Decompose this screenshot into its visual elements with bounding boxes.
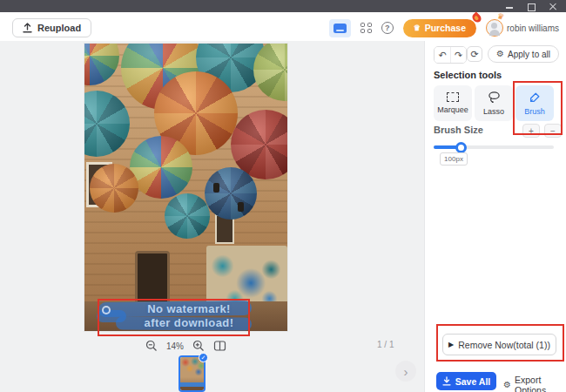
minimize-button[interactable] (505, 2, 514, 10)
annotation-box-watermark (98, 299, 250, 336)
lantern (238, 202, 244, 212)
umbrella (130, 136, 192, 199)
save-all-label: Save All (455, 376, 490, 387)
marquee-icon (447, 92, 459, 102)
avatar-crown-icon: ♛ (496, 11, 506, 22)
slider-thumb[interactable] (455, 142, 467, 153)
purchase-label: Purchase (425, 23, 466, 33)
gear-icon: ⚙ (496, 50, 504, 58)
titlebar (0, 0, 566, 12)
reupload-label: Reupload (37, 23, 81, 33)
download-icon (442, 376, 451, 386)
brush-size-value: 100px (440, 152, 468, 166)
toolbar: Reupload ? ♛ Purchase ♛ robin williams (0, 12, 566, 41)
zoom-level: 14% (166, 341, 184, 351)
close-button[interactable] (549, 2, 557, 10)
refresh-button[interactable]: ⟳ (467, 46, 482, 62)
apply-to-all-button[interactable]: ⚙ Apply to all (488, 45, 559, 63)
tool-lasso[interactable]: Lasso (475, 85, 513, 121)
apply-to-all-label: Apply to all (508, 50, 550, 59)
history-buttons: ↶ ↷ (434, 46, 467, 64)
thumbnail-image (180, 357, 204, 390)
monitor-view-button[interactable] (329, 19, 351, 37)
user-account[interactable]: ♛ robin williams (486, 19, 559, 37)
page-indicator: 1 / 1 (377, 340, 394, 349)
help-glyph: ? (385, 24, 390, 32)
compare-view-icon[interactable] (213, 340, 226, 352)
export-options-label: Export Options (515, 375, 566, 392)
export-options-button[interactable]: ⚙ Export Options (503, 375, 566, 392)
undo-button[interactable]: ↶ (435, 47, 450, 63)
reupload-button[interactable]: Reupload (12, 18, 91, 37)
lantern (213, 183, 219, 193)
editor-canvas-area: No watermark! after download! 14% 1 / 1 … (0, 41, 424, 392)
help-icon[interactable]: ? (381, 22, 394, 34)
annotation-box-brush (513, 81, 563, 135)
annotation-box-remove-now (436, 324, 564, 362)
crown-icon: ♛ (414, 24, 421, 32)
avatar: ♛ (486, 19, 503, 37)
selection-tools-title: Selection tools (434, 70, 502, 80)
monitor-icon (334, 24, 347, 33)
redo-icon: ↷ (455, 50, 462, 61)
undo-icon: ↶ (438, 50, 446, 61)
umbrella (205, 167, 257, 220)
redo-button[interactable]: ↷ (450, 47, 466, 63)
zoom-out-icon[interactable] (145, 340, 158, 352)
image-thumbnail[interactable]: ✓ (179, 355, 206, 392)
thumbnail-check-badge: ✓ (199, 353, 208, 362)
brush-size-label: Brush Size (434, 125, 483, 135)
lasso-label: Lasso (483, 107, 504, 116)
zoom-in-icon[interactable] (192, 340, 205, 352)
grid-view-icon[interactable] (360, 23, 372, 34)
umbrella (165, 193, 210, 239)
next-page-button[interactable]: › (395, 361, 416, 382)
user-name: robin williams (507, 24, 559, 33)
gear-icon: ⚙ (503, 381, 511, 389)
check-icon: ✓ (201, 355, 206, 362)
sidebar: ↶ ↷ ⟳ ⚙ Apply to all Selection tools Mar… (424, 41, 566, 392)
brush-size-slider[interactable] (434, 141, 554, 152)
marquee-label: Marquee (437, 105, 468, 114)
upload-icon (23, 23, 32, 33)
lasso-icon (488, 91, 501, 104)
photo-canvas[interactable]: No watermark! after download! (84, 44, 287, 331)
refresh-icon: ⟳ (470, 49, 478, 60)
maximize-button[interactable] (527, 2, 536, 10)
save-all-button[interactable]: Save All (436, 372, 496, 390)
app-window: Reupload ? ♛ Purchase ♛ robin williams (0, 0, 566, 392)
tool-marquee[interactable]: Marquee (434, 85, 472, 121)
purchase-button[interactable]: ♛ Purchase (403, 19, 476, 37)
flame-badge-icon (470, 11, 482, 24)
umbrella (90, 164, 138, 213)
window-controls (505, 0, 557, 12)
zoom-controls: 14% (84, 340, 287, 352)
chevron-right-icon: › (404, 364, 408, 379)
